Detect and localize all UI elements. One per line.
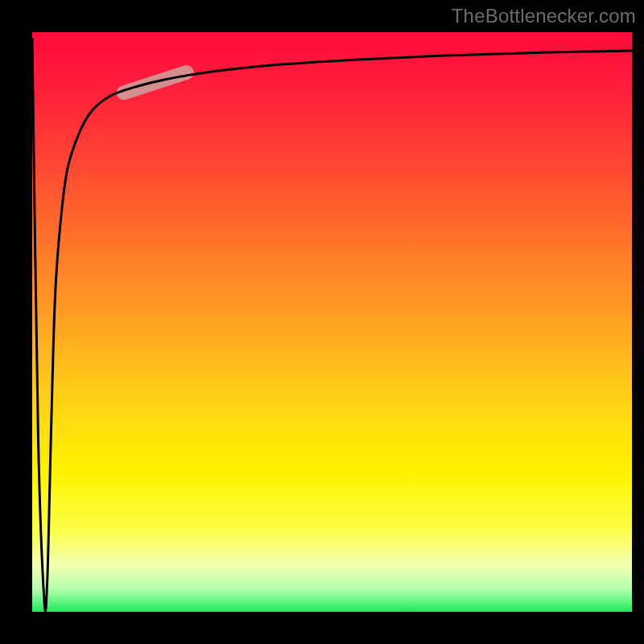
chart-frame: TheBottlenecker.com [0,0,644,644]
curve-layer [32,32,632,612]
watermark-text: TheBottlenecker.com [452,5,636,27]
plot-area [32,32,632,612]
bottleneck-curve [32,38,632,611]
